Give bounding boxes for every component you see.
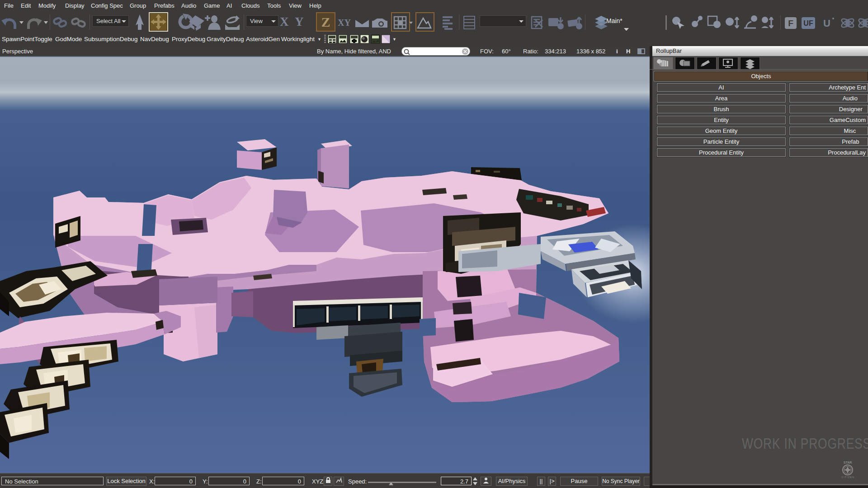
svg-text:STAR: STAR	[844, 461, 852, 464]
svg-text:C I T I Z E N: C I T I Z E N	[841, 476, 854, 479]
svg-text:UF: UF	[803, 19, 813, 27]
svg-text:F: F	[788, 19, 793, 28]
svg-text:U: U	[823, 18, 830, 29]
